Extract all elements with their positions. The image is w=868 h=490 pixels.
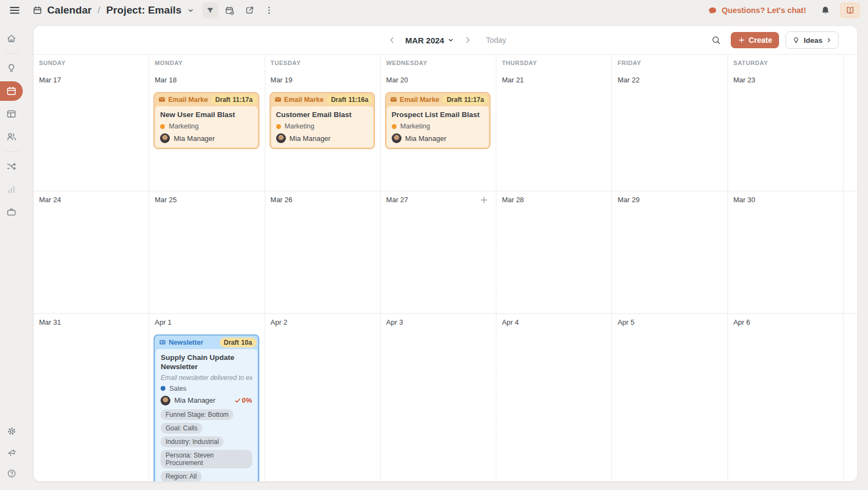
day-cell-mar-27[interactable]: Mar 27 xyxy=(381,191,496,313)
sidebar-item-bar-chart[interactable] xyxy=(0,179,23,199)
sidebar-item-home[interactable] xyxy=(0,29,23,48)
progress-value: 0% xyxy=(242,396,252,404)
field-pill: Persona: Steven Procurement xyxy=(161,450,252,468)
sidebar-item-megaphone[interactable] xyxy=(0,442,23,462)
lightbulb-icon xyxy=(6,63,17,74)
sidebar-item-shuffle[interactable] xyxy=(0,157,23,176)
create-button[interactable]: Create xyxy=(731,32,780,48)
help-chat-label: Questions? Let's chat! xyxy=(722,6,806,15)
day-cell-mar-21[interactable]: Mar 21 xyxy=(496,72,612,191)
day-date: Mar 18 xyxy=(149,76,264,88)
event-body: Customer Email BlastMarketingMia Manager xyxy=(271,106,373,147)
field-line: Funnel Stage: Bottom xyxy=(161,409,252,420)
sidebar-item-layout[interactable] xyxy=(0,104,23,124)
event-card[interactable]: Email MarketingDraft11:17aNew User Email… xyxy=(154,92,259,149)
assignee-row: Mia Manager0% xyxy=(161,396,252,405)
event-tag: Newsletter xyxy=(169,339,216,346)
assignee-row: Mia Manager xyxy=(392,133,484,143)
day-cell-mar-29[interactable]: Mar 29 xyxy=(612,191,727,313)
calendar-toolbar: MAR 2024 Today Create Ideas xyxy=(34,26,857,54)
sidebar-item-briefcase[interactable] xyxy=(0,202,23,222)
breadcrumb: Calendar / Project: Emails xyxy=(33,4,195,16)
day-cell-apr-3[interactable]: Apr 3 xyxy=(381,314,496,481)
filter-button[interactable] xyxy=(202,2,219,18)
list-color-dot xyxy=(161,386,165,391)
day-cell-mar-28[interactable]: Mar 28 xyxy=(496,191,612,313)
event-card[interactable]: NewsletterDraft10aSupply Chain Update Ne… xyxy=(154,334,259,481)
day-cell-mar-24[interactable]: Mar 24 xyxy=(34,191,149,313)
event-tag: Email Marketi... xyxy=(284,96,324,104)
help-icon xyxy=(7,468,17,479)
share-button[interactable] xyxy=(241,2,258,18)
weekday-header-row: SUNDAYMONDAYTUESDAYWEDNESDAYTHURSDAYFRID… xyxy=(34,55,844,72)
home-icon xyxy=(6,33,17,44)
sidebar-divider xyxy=(4,151,20,152)
list-color-dot xyxy=(276,124,281,129)
today-button[interactable]: Today xyxy=(486,36,506,44)
week-row: Mar 31Apr 1NewsletterDraft10aSupply Chai… xyxy=(34,313,857,481)
sidebar-item-calendar[interactable] xyxy=(0,81,23,101)
event-card[interactable]: Email MarketingDraft11:17aProspect List … xyxy=(385,92,490,149)
day-cell-mar-23[interactable]: Mar 23 xyxy=(728,72,844,191)
day-cell-mar-19[interactable]: Mar 19Email Marketi...Draft11:16aCustome… xyxy=(265,72,381,191)
calendar-icon xyxy=(6,86,17,96)
week-row: Mar 17Mar 18Email MarketingDraft11:17aNe… xyxy=(34,72,857,191)
day-date: Mar 22 xyxy=(612,76,727,88)
day-cell-mar-17[interactable]: Mar 17 xyxy=(34,72,149,191)
event-card[interactable]: Email Marketi...Draft11:16aCustomer Emai… xyxy=(270,92,375,149)
event-title: Prospect List Email Blast xyxy=(392,110,484,119)
sidebar-item-lightbulb[interactable] xyxy=(0,59,23,78)
event-list-row: Sales xyxy=(161,385,252,392)
field-line: Industry: Industrial xyxy=(161,436,252,447)
day-cell-mar-20[interactable]: Mar 20Email MarketingDraft11:17aProspect… xyxy=(381,72,496,191)
create-label: Create xyxy=(749,36,773,44)
month-selector[interactable]: MAR 2024 xyxy=(402,36,458,45)
chevron-down-icon[interactable] xyxy=(187,7,195,15)
more-options-button[interactable] xyxy=(261,2,277,18)
event-status: Draft xyxy=(215,96,231,104)
search-button[interactable] xyxy=(708,32,724,48)
help-chat-link[interactable]: Questions? Let's chat! xyxy=(708,6,806,15)
calendar-settings-button[interactable] xyxy=(222,2,238,18)
breadcrumb-app[interactable]: Calendar xyxy=(47,4,92,16)
chat-bubble-icon xyxy=(708,6,717,15)
sidebar-divider xyxy=(4,53,20,54)
custom-fields: Funnel Stage: BottomGoal: CallsIndustry:… xyxy=(161,409,252,481)
event-header: Email MarketingDraft11:17a xyxy=(154,93,258,106)
next-month-button[interactable] xyxy=(460,33,475,48)
layout-icon xyxy=(6,108,17,119)
event-time: 10a xyxy=(241,339,252,346)
day-cell-apr-2[interactable]: Apr 2 xyxy=(265,314,381,481)
day-date: Mar 28 xyxy=(496,196,611,208)
day-date: Apr 6 xyxy=(728,318,843,330)
event-tag: Email Marketing xyxy=(400,96,440,104)
weekday-label: SUNDAY xyxy=(34,55,149,72)
day-date: Mar 23 xyxy=(728,76,843,88)
day-cell-mar-26[interactable]: Mar 26 xyxy=(265,191,381,313)
day-cell-mar-18[interactable]: Mar 18Email MarketingDraft11:17aNew User… xyxy=(149,72,265,191)
event-tag: Email Marketing xyxy=(168,96,208,104)
notifications-button[interactable] xyxy=(817,2,833,18)
filter-icon xyxy=(206,6,215,15)
briefcase-icon xyxy=(6,207,17,217)
day-date: Mar 31 xyxy=(34,318,149,330)
ideas-button[interactable]: Ideas xyxy=(786,31,839,49)
sidebar-item-gear[interactable] xyxy=(0,421,23,441)
day-cell-mar-22[interactable]: Mar 22 xyxy=(612,72,727,191)
add-task-button[interactable] xyxy=(480,196,488,204)
field-pill: Funnel Stage: Bottom xyxy=(161,409,233,420)
day-cell-apr-4[interactable]: Apr 4 xyxy=(496,314,612,481)
prev-month-button[interactable] xyxy=(385,33,400,48)
breadcrumb-view[interactable]: Project: Emails xyxy=(106,4,182,16)
docs-button[interactable] xyxy=(840,2,860,18)
sidebar-menu-button[interactable] xyxy=(5,2,24,18)
day-cell-mar-25[interactable]: Mar 25 xyxy=(149,191,265,313)
day-cell-apr-6[interactable]: Apr 6 xyxy=(728,314,844,481)
day-cell-mar-31[interactable]: Mar 31 xyxy=(34,314,149,481)
sidebar-item-help[interactable] xyxy=(0,463,23,483)
day-cell-apr-1[interactable]: Apr 1NewsletterDraft10aSupply Chain Upda… xyxy=(149,314,265,481)
day-cell-apr-5[interactable]: Apr 5 xyxy=(612,314,727,481)
sidebar-item-users[interactable] xyxy=(0,127,23,146)
event-time: 11:17a xyxy=(464,96,484,104)
day-cell-mar-30[interactable]: Mar 30 xyxy=(728,191,844,313)
